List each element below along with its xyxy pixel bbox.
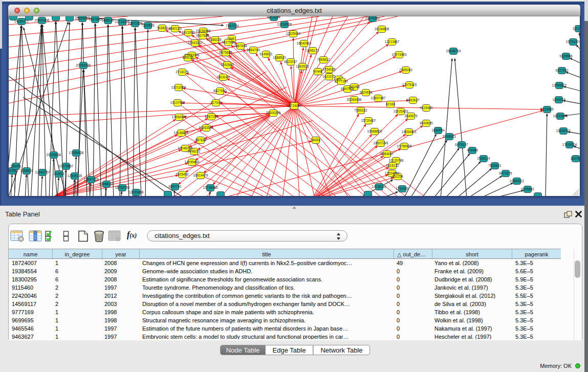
svg-text:7632621: 7632621 [488,164,502,167]
svg-text:10975867: 10975867 [59,164,74,168]
svg-text:11325419: 11325419 [286,32,301,35]
svg-text:2649579: 2649579 [404,114,418,118]
svg-text:8813054: 8813054 [267,16,280,19]
svg-text:38454: 38454 [311,138,320,142]
svg-text:887833: 887833 [195,138,206,142]
svg-text:7515526: 7515526 [141,24,155,27]
svg-text:12213369: 12213369 [171,85,186,89]
svg-text:20876362: 20876362 [365,16,380,20]
svg-text:8186328: 8186328 [208,38,222,41]
svg-text:2718176: 2718176 [176,70,189,74]
svg-text:8660123: 8660123 [168,27,182,30]
svg-text:10653267: 10653267 [75,16,90,20]
svg-text:8699695: 8699695 [420,121,433,125]
svg-text:9146821: 9146821 [259,52,273,56]
svg-text:9777169: 9777169 [335,79,348,83]
svg-text:8215955: 8215955 [540,107,554,111]
svg-text:39154: 39154 [8,169,17,172]
svg-text:1696172: 1696172 [306,49,319,52]
svg-text:989015: 989015 [182,56,193,59]
svg-text:17975115: 17975115 [402,83,417,86]
svg-text:7955812: 7955812 [317,58,330,61]
svg-text:2803144: 2803144 [216,75,230,79]
svg-text:12213967: 12213967 [385,40,400,43]
svg-text:6734028: 6734028 [322,68,336,71]
svg-text:10107553: 10107553 [170,101,185,104]
svg-text:8471676: 8471676 [499,171,512,175]
svg-text:17957223: 17957223 [84,178,99,181]
svg-text:9498222: 9498222 [187,149,201,153]
svg-text:3624554: 3624554 [359,91,373,94]
svg-text:20691406: 20691406 [35,18,50,22]
svg-text:90448: 90448 [313,70,322,73]
svg-text:16640910: 16640910 [297,41,312,45]
svg-text:6466160: 6466160 [101,18,115,22]
svg-text:19166827: 19166827 [174,131,189,135]
svg-text:15692971: 15692971 [556,129,571,133]
svg-text:746266: 746266 [349,85,360,89]
svg-text:10807487: 10807487 [371,96,386,100]
svg-text:23226058: 23226058 [196,29,211,33]
svg-text:15716485: 15716485 [203,186,218,189]
svg-text:7485063: 7485063 [399,68,412,72]
svg-text:10688609: 10688609 [367,129,382,133]
svg-text:14136141: 14136141 [372,185,387,188]
svg-text:1112752: 1112752 [573,27,580,30]
svg-text:8454749: 8454749 [247,48,260,52]
svg-text:10958107: 10958107 [99,182,114,186]
svg-text:1640954: 1640954 [431,128,445,132]
svg-text:8675685: 8675685 [219,51,232,54]
svg-text:9115460: 9115460 [420,106,433,110]
svg-text:8322037: 8322037 [284,60,297,63]
svg-text:114519: 114519 [53,172,64,176]
svg-text:1527602: 1527602 [89,17,102,21]
svg-text:546: 546 [229,37,235,40]
svg-text:17654925: 17654925 [172,115,187,119]
svg-text:6479197: 6479197 [455,143,468,146]
svg-text:16914479: 16914479 [193,173,208,177]
svg-text:1615132: 1615132 [386,164,399,167]
svg-text:15720407: 15720407 [361,119,376,122]
svg-text:8267150: 8267150 [205,115,218,118]
svg-text:2867608: 2867608 [234,44,247,48]
svg-text:1362615: 1362615 [296,64,309,68]
svg-text:16671355: 16671355 [128,21,143,25]
svg-text:62160: 62160 [386,102,395,106]
svg-text:10120746: 10120746 [389,159,404,162]
svg-text:8427552: 8427552 [213,89,227,93]
svg-text:17016504: 17016504 [562,143,577,146]
svg-text:16782759: 16782759 [115,186,130,189]
svg-text:17359928: 17359928 [69,151,84,155]
svg-text:12942757: 12942757 [35,170,50,174]
svg-text:18724007: 18724007 [287,104,302,107]
svg-text:16154808: 16154808 [375,27,389,31]
svg-text:20364436: 20364436 [347,98,362,101]
svg-text:12923468: 12923468 [129,190,144,194]
svg-text:11353594: 11353594 [199,126,214,129]
svg-text:1621072: 1621072 [322,75,336,78]
svg-text:116753: 116753 [570,157,580,160]
svg-text:9227342: 9227342 [555,69,569,72]
svg-text:9242845: 9242845 [221,63,234,67]
svg-text:10654112: 10654112 [510,179,525,183]
svg-text:8912955: 8912955 [182,31,195,34]
svg-text:474444: 474444 [467,148,478,152]
svg-text:9329966: 9329966 [559,54,573,58]
svg-text:25300295: 25300295 [266,111,281,115]
svg-text:19654923: 19654923 [402,130,417,134]
svg-text:9527506: 9527506 [196,34,209,37]
svg-text:12505135: 12505135 [68,174,82,178]
svg-text:8938923: 8938923 [443,135,456,138]
svg-text:15751074: 15751074 [566,40,580,43]
svg-text:1244419: 1244419 [552,98,565,101]
svg-text:10543362: 10543362 [188,41,203,45]
svg-text:16648764: 16648764 [446,49,461,53]
svg-text:7625402: 7625402 [176,172,189,176]
svg-text:7386322: 7386322 [354,108,367,112]
svg-text:16210643: 16210643 [553,114,568,118]
svg-text:12093872: 12093872 [552,83,567,87]
svg-text:14099489: 14099489 [185,160,200,164]
svg-text:19218506: 19218506 [277,23,292,26]
svg-text:252254: 252254 [392,174,403,178]
svg-text:7357224: 7357224 [226,24,239,28]
